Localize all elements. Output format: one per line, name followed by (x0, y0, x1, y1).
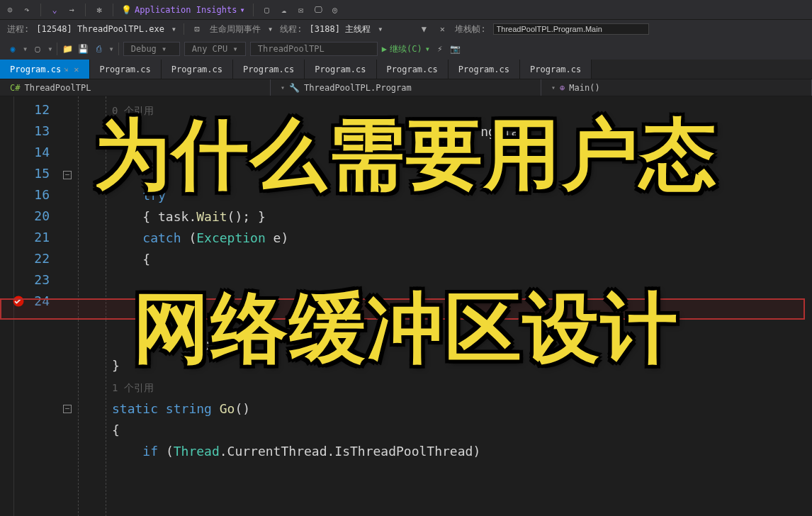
chevron-down-icon[interactable]: ▾ (23, 44, 28, 54)
tab[interactable]: Program.cs (305, 60, 376, 79)
indent-guides (78, 96, 106, 516)
code-content[interactable]: 0 个引用 st ng.Ta try { task.Wait(); } catc… (106, 96, 812, 516)
chevron-down-icon[interactable]: ▾ (108, 44, 113, 54)
context-project[interactable]: C# ThreadPoolTPL (0, 79, 271, 96)
thread-label: 线程: (280, 23, 302, 35)
new-project-icon[interactable]: ◉ (7, 43, 18, 55)
tab[interactable]: Program.cs (90, 60, 162, 79)
stack-frame-input[interactable] (493, 23, 649, 35)
play-icon: ▶ (382, 44, 387, 54)
process-value[interactable]: [12548] ThreadPoolTPL.exe (36, 24, 164, 34)
debug-toolbar: 进程: [12548] ThreadPoolTPL.exe ▾ ⊡ 生命周期事件… (0, 20, 812, 38)
pin-icon[interactable]: ⇲ (64, 65, 68, 73)
step-icon[interactable]: ⌄ (49, 4, 60, 16)
tab-active[interactable]: Program.cs⇲✕ (0, 60, 90, 79)
csharp-icon: C# (10, 83, 20, 93)
chevron-down-icon: ▾ (240, 5, 245, 15)
app-insights-button[interactable]: 💡 Application Insights ▾ (121, 5, 245, 15)
chevron-down-icon: ▾ (425, 44, 430, 54)
cloud-icon[interactable]: ☁ (278, 4, 290, 16)
thunder-icon[interactable]: ⚡ (434, 43, 446, 55)
config-target-select[interactable]: ThreadPoolTPL (250, 42, 378, 56)
config-cpu-select[interactable]: Any CPU ▾ (184, 42, 246, 56)
main-toolbar: ⊙ ↷ ⌄ → ✻ 💡 Application Insights ▾ ▢ ☁ ✉… (0, 0, 812, 20)
editor-tabs: Program.cs⇲✕ Program.cs Program.cs Progr… (0, 60, 812, 79)
tab[interactable]: Program.cs (162, 60, 233, 79)
arrow-right-icon[interactable]: → (66, 4, 77, 16)
camera-icon[interactable]: 📷 (450, 43, 461, 55)
chevron-down-icon[interactable]: ▾ (268, 24, 273, 34)
mail-icon[interactable]: ✉ (295, 4, 307, 16)
context-namespace[interactable]: ▾ 🔧 ThreadPoolTPL.Program (271, 79, 541, 96)
process-label: 进程: (7, 23, 29, 35)
lifecycle-icon[interactable]: ⊡ (191, 23, 203, 35)
save-icon[interactable]: 💾 (77, 43, 89, 55)
save-all-icon[interactable]: ⎙ (93, 43, 104, 55)
close-icon[interactable]: ✕ (74, 64, 79, 74)
add-file-icon[interactable]: ▢ (32, 43, 43, 55)
fold-gutter[interactable]: − − (57, 96, 78, 516)
filter-icon[interactable]: ▼ (418, 23, 429, 35)
tool-icon[interactable]: ✕ (436, 23, 448, 35)
bulb-icon: 💡 (121, 5, 132, 15)
tab[interactable]: Program.cs (377, 60, 449, 79)
command-toolbar: ◉ ▾ ▢ ▾ 📁 💾 ⎙ ▾ Debug ▾ Any CPU ▾ Thread… (0, 38, 812, 60)
context-bar: C# ThreadPoolTPL ▾ 🔧 ThreadPoolTPL.Progr… (0, 79, 812, 96)
code-editor[interactable]: 121314 1516 20 2122 2324 − − 0 个引用 st ng… (0, 96, 812, 516)
chevron-down-icon[interactable]: ▾ (378, 24, 383, 34)
tab[interactable]: Program.cs (520, 60, 592, 79)
stack-label: 堆栈帧: (455, 23, 485, 35)
continue-label: 继续(C) (390, 43, 422, 55)
class-icon: 🔧 (289, 83, 300, 93)
nav-fwd-icon[interactable]: ↷ (21, 4, 33, 16)
method-icon: ⊕ (560, 83, 565, 93)
phone-icon[interactable]: ▢ (261, 4, 273, 16)
nav-back-icon[interactable]: ⊙ (4, 4, 16, 16)
config-debug-select[interactable]: Debug ▾ (123, 42, 180, 56)
spark-icon[interactable]: ✻ (94, 4, 105, 16)
fold-collapse-icon[interactable]: − (63, 171, 72, 179)
chevron-down-icon[interactable]: ▾ (171, 24, 176, 34)
chevron-down-icon[interactable]: ▾ (47, 44, 52, 54)
thread-value[interactable]: [3188] 主线程 (310, 23, 371, 35)
tab[interactable]: Program.cs (449, 60, 520, 79)
context-method[interactable]: ▾ ⊕ Main() (541, 79, 812, 96)
open-folder-icon[interactable]: 📁 (62, 43, 73, 55)
monitor-icon[interactable]: 🖵 (312, 4, 324, 16)
tab[interactable]: Program.cs (233, 60, 305, 79)
lifecycle-label: 生命周期事件 (210, 23, 261, 35)
continue-button[interactable]: ▶ 继续(C) ▾ (382, 43, 430, 55)
fold-collapse-icon[interactable]: − (63, 405, 72, 413)
app-insights-label: Application Insights (135, 5, 237, 15)
breakpoint-icon[interactable] (11, 294, 26, 308)
radar-icon[interactable]: ◎ (329, 4, 341, 16)
